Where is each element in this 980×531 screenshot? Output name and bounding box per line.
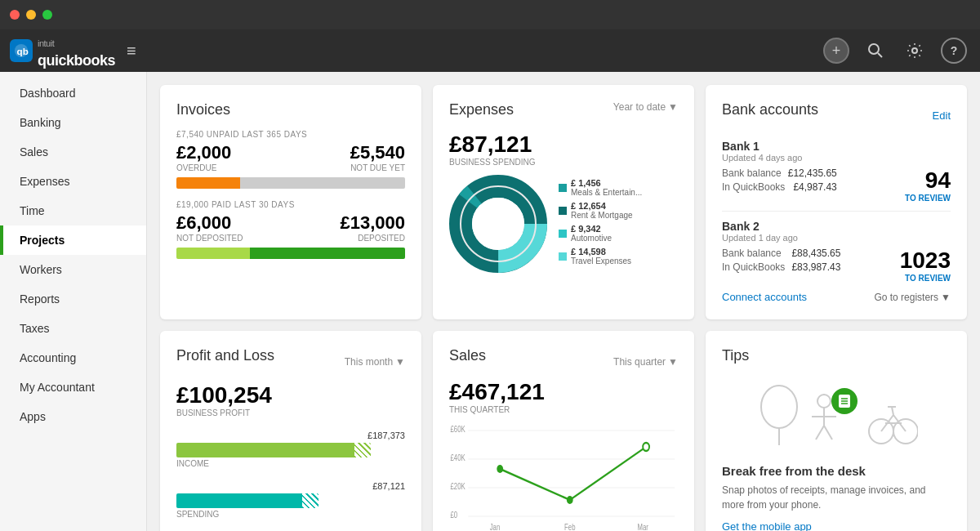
sales-filter[interactable]: This quarter ▼ (613, 347, 678, 376)
expenses-donut-row: £ 1,456 Meals & Entertain... £ 12,654 Re… (449, 175, 678, 273)
sidebar-item-projects[interactable]: Projects (0, 225, 146, 255)
bank1-info-row: Bank balance £12,435.65 In QuickBooks £4… (722, 167, 951, 203)
bank1-section: Bank 1 Updated 4 days ago Bank balance £… (722, 140, 951, 203)
svg-line-3 (878, 53, 882, 57)
svg-text:£0: £0 (451, 511, 458, 520)
maximize-button[interactable] (42, 10, 52, 20)
topnav-right: + ? (823, 38, 967, 64)
tips-heading: Break free from the desk (722, 464, 951, 478)
legend-color-rent (559, 207, 567, 215)
svg-line-42 (892, 407, 893, 415)
mobile-app-link[interactable]: Get the mobile app (722, 520, 951, 531)
dashboard-content: Invoices £7,540 UNPAID LAST 365 DAYS £2,… (147, 72, 980, 531)
tips-illustration (722, 374, 951, 456)
expenses-filter[interactable]: Year to date ▼ (613, 101, 678, 113)
sidebar-item-workers[interactable]: Workers (0, 255, 146, 284)
sidebar-item-sales[interactable]: Sales (0, 137, 146, 167)
not-due-bar (240, 177, 405, 189)
not-deposited-bar (176, 248, 250, 259)
sidebar-item-banking[interactable]: Banking (0, 108, 146, 137)
profit-loss-card: Profit and Loss This month ▼ £100,254 BU… (160, 331, 421, 531)
invoices-card: Invoices £7,540 UNPAID LAST 365 DAYS £2,… (160, 85, 421, 319)
sidebar-item-expenses[interactable]: Expenses (0, 167, 146, 196)
logo-icon: qb (10, 39, 33, 62)
main-layout: Dashboard Banking Sales Expenses Time Pr… (0, 72, 980, 531)
svg-line-31 (824, 426, 832, 440)
svg-text:Jan: Jan (490, 523, 501, 531)
svg-text:£40K: £40K (451, 453, 466, 462)
help-button[interactable]: ? (941, 38, 967, 64)
sidebar-item-reports[interactable]: Reports (0, 284, 146, 314)
sales-title: Sales (449, 347, 486, 364)
minimize-button[interactable] (26, 10, 36, 20)
pnl-filter[interactable]: This month ▼ (345, 347, 405, 376)
logo-text: intuit quickbooks (38, 32, 115, 69)
overdue-label: OVERDUE (176, 163, 231, 172)
invoices-title: Invoices (176, 101, 405, 118)
deposited-progress-bar (176, 248, 405, 259)
bank-accounts-title: Bank accounts (722, 101, 818, 118)
spending-bar-fill (176, 493, 302, 508)
sidebar-item-apps[interactable]: Apps (0, 402, 146, 431)
sidebar-item-time[interactable]: Time (0, 196, 146, 225)
hamburger-menu[interactable]: ≡ (127, 42, 136, 60)
close-button[interactable] (10, 10, 20, 20)
spending-bar-row: £87,121 SPENDING (176, 481, 405, 519)
legend-color-meals (559, 184, 567, 192)
svg-point-27 (817, 395, 831, 408)
deposited-bar (250, 248, 405, 259)
sidebar-item-taxes[interactable]: Taxes (0, 314, 146, 343)
deposited-label: DEPOSITED (340, 234, 405, 243)
bank-divider (722, 211, 951, 212)
bank1-review-num: 94 (905, 167, 951, 194)
edit-bank-button[interactable]: Edit (933, 109, 951, 122)
svg-point-2 (869, 44, 879, 54)
topnav-left: qb intuit quickbooks ≡ (10, 32, 136, 69)
sidebar-item-dashboard[interactable]: Dashboard (0, 78, 146, 108)
svg-point-4 (912, 48, 917, 53)
bank2-section: Bank 2 Updated 1 day ago Bank balance £8… (722, 220, 951, 283)
search-button[interactable] (862, 38, 889, 64)
bank2-name: Bank 2 (722, 220, 951, 233)
tips-body: Snap photos of receipts, manage invoices… (722, 483, 951, 512)
income-value-label: £187,373 (176, 431, 405, 440)
expenses-title: Expenses (449, 101, 514, 118)
income-bar (176, 443, 405, 457)
svg-point-21 (643, 443, 649, 451)
invoice-overdue-row: £2,000 OVERDUE £5,540 NOT DUE YET (176, 142, 405, 172)
top-nav: qb intuit quickbooks ≡ + (0, 29, 980, 72)
settings-button[interactable] (902, 38, 928, 64)
legend-color-auto (559, 230, 567, 238)
spending-label: SPENDING (176, 510, 405, 519)
overdue-amount: £2,000 (176, 142, 231, 163)
legend-item-travel: £ 14,598 Travel Expenses (559, 247, 642, 266)
sidebar-item-accounting[interactable]: Accounting (0, 343, 146, 373)
sidebar: Dashboard Banking Sales Expenses Time Pr… (0, 72, 147, 531)
svg-point-10 (472, 198, 524, 250)
connect-accounts-button[interactable]: Connect accounts (722, 291, 807, 303)
expenses-card: Expenses Year to date ▼ £87,121 BUSINESS… (433, 85, 694, 319)
not-due-amount: £5,540 (350, 142, 405, 163)
bank2-review-label: TO REVIEW (900, 274, 951, 283)
svg-text:£60K: £60K (451, 425, 466, 434)
expenses-sublabel: BUSINESS SPENDING (449, 158, 678, 167)
sidebar-item-my-accountant[interactable]: My Accountant (0, 373, 146, 402)
expenses-header: Expenses Year to date ▼ (449, 101, 678, 130)
gear-icon (906, 42, 923, 59)
invoices-progress-bar (176, 177, 405, 189)
app-container: qb intuit quickbooks ≡ + (0, 29, 980, 531)
sales-header: Sales This quarter ▼ (449, 347, 678, 376)
income-bar-fill (176, 443, 354, 457)
income-bar-stripe (354, 443, 371, 457)
spending-value-label: £87,121 (176, 481, 405, 491)
expenses-amount: £87,121 (449, 132, 678, 158)
goto-registers-button[interactable]: Go to registers ▼ (874, 292, 951, 303)
titlebar (0, 0, 980, 29)
bank-accounts-header: Bank accounts Edit (722, 101, 951, 130)
bank-footer: Connect accounts Go to registers ▼ (722, 291, 951, 303)
bank1-review-label: TO REVIEW (905, 194, 951, 203)
legend-item-rent: £ 12,654 Rent & Mortgage (559, 201, 642, 220)
add-button[interactable]: + (823, 38, 849, 64)
not-deposited-amount: £6,000 (176, 212, 243, 234)
svg-text:qb: qb (17, 46, 29, 56)
